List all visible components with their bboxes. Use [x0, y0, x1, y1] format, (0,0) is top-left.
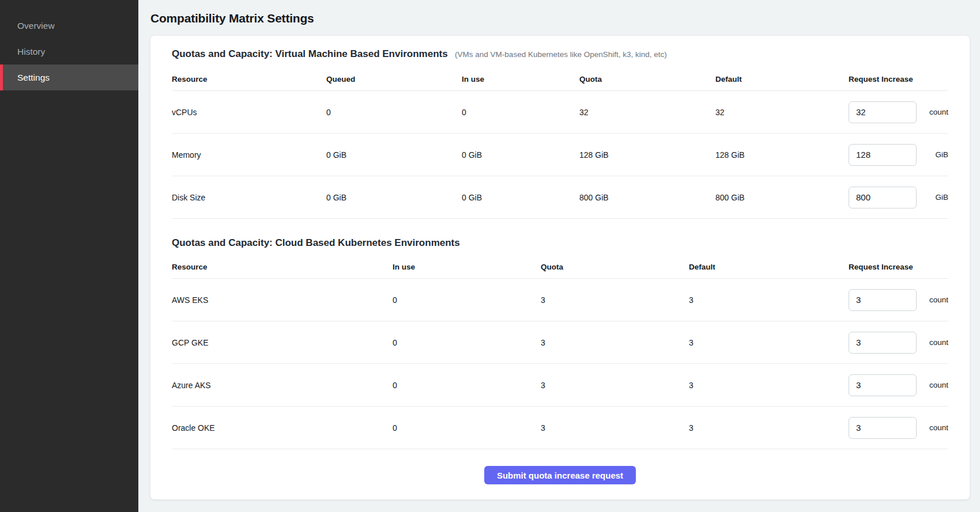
quota-value: 800 GiB — [579, 193, 715, 202]
unit-label: count — [924, 295, 948, 304]
table-row-disk-size: Disk Size 0 GiB 0 GiB 800 GiB 800 GiB Gi… — [172, 176, 948, 219]
default-value: 800 GiB — [715, 193, 849, 202]
default-value: 32 — [715, 108, 849, 117]
col-header-queued: Queued — [326, 75, 462, 84]
col-header-default: Default — [715, 75, 849, 84]
queued-value: 0 GiB — [326, 150, 462, 160]
queued-value: 0 GiB — [326, 193, 462, 202]
gcp-gke-request-input[interactable] — [849, 332, 917, 354]
in-use-value: 0 — [462, 108, 579, 117]
azure-aks-request-input[interactable] — [849, 374, 917, 396]
disk-size-request-input[interactable] — [849, 187, 917, 208]
quota-value: 128 GiB — [579, 150, 715, 160]
table-row-memory: Memory 0 GiB 0 GiB 128 GiB 128 GiB GiB — [172, 134, 948, 176]
quota-value: 32 — [579, 108, 715, 117]
col-header-resource: Resource — [172, 75, 326, 84]
app-window: Overview History Settings Compatibility … — [0, 0, 980, 512]
resource-label: Disk Size — [172, 193, 326, 202]
cloud-section-title: Quotas and Capacity: Cloud Based Kuberne… — [172, 237, 460, 248]
quota-value: 3 — [541, 381, 689, 390]
unit-label: count — [924, 423, 948, 432]
in-use-value: 0 — [393, 423, 541, 433]
default-value: 128 GiB — [715, 150, 849, 160]
col-header-quota: Quota — [541, 263, 689, 271]
unit-label: count — [924, 108, 948, 116]
aws-eks-request-input[interactable] — [849, 289, 917, 311]
unit-label: count — [924, 338, 948, 347]
col-header-in-use: In use — [462, 75, 579, 84]
resource-label: Oracle OKE — [172, 423, 393, 433]
in-use-value: 0 — [393, 381, 541, 390]
table-row-gcp-gke: GCP GKE 0 3 3 count — [172, 321, 948, 364]
in-use-value: 0 GiB — [462, 150, 579, 160]
default-value: 3 — [689, 338, 849, 347]
default-value: 3 — [689, 423, 849, 433]
oracle-oke-request-input[interactable] — [849, 417, 917, 439]
resource-label: AWS EKS — [172, 295, 393, 305]
sidebar: Overview History Settings — [0, 0, 138, 512]
unit-label: GiB — [929, 193, 948, 202]
vm-section-title: Quotas and Capacity: Virtual Machine Bas… — [172, 48, 448, 59]
col-header-default: Default — [689, 263, 849, 271]
col-header-in-use: In use — [393, 263, 541, 271]
vm-section-subtitle: (VMs and VM-based Kubernetes like OpenSh… — [455, 50, 667, 59]
unit-label: count — [924, 381, 948, 389]
table-row-oracle-oke: Oracle OKE 0 3 3 count — [172, 407, 948, 449]
quota-value: 3 — [541, 338, 689, 347]
submit-area: Submit quota increase request — [172, 466, 948, 484]
quota-value: 3 — [541, 295, 689, 305]
table-row-aws-eks: AWS EKS 0 3 3 count — [172, 279, 948, 321]
queued-value: 0 — [326, 108, 462, 117]
in-use-value: 0 — [393, 338, 541, 347]
vm-section-header: Quotas and Capacity: Virtual Machine Bas… — [172, 48, 948, 60]
sidebar-item-overview[interactable]: Overview — [0, 13, 138, 39]
memory-request-input[interactable] — [849, 144, 917, 166]
sidebar-item-settings[interactable]: Settings — [0, 65, 138, 90]
table-row-azure-aks: Azure AKS 0 3 3 count — [172, 364, 948, 407]
cloud-section-header: Quotas and Capacity: Cloud Based Kuberne… — [172, 237, 948, 249]
default-value: 3 — [689, 381, 849, 390]
main-content: Compatibility Matrix Settings Quotas and… — [138, 0, 980, 512]
in-use-value: 0 GiB — [462, 193, 579, 202]
col-header-resource: Resource — [172, 263, 393, 271]
quota-value: 3 — [541, 423, 689, 433]
resource-label: Azure AKS — [172, 381, 393, 390]
default-value: 3 — [689, 295, 849, 305]
vm-table-header: Resource Queued In use Quota Default Req… — [172, 68, 948, 91]
vcpus-request-input[interactable] — [849, 101, 917, 123]
in-use-value: 0 — [393, 295, 541, 305]
submit-quota-increase-button[interactable]: Submit quota increase request — [484, 466, 636, 484]
col-header-request-increase: Request Increase — [849, 75, 948, 84]
resource-label: Memory — [172, 150, 326, 160]
table-row-vcpus: vCPUs 0 0 32 32 count — [172, 91, 948, 134]
resource-label: GCP GKE — [172, 338, 393, 347]
resource-label: vCPUs — [172, 108, 326, 117]
cloud-table-header: Resource In use Quota Default Request In… — [172, 256, 948, 279]
col-header-quota: Quota — [579, 75, 715, 84]
unit-label: GiB — [929, 150, 948, 159]
quota-settings-card: Quotas and Capacity: Virtual Machine Bas… — [150, 35, 970, 500]
col-header-request-increase: Request Increase — [849, 263, 948, 271]
sidebar-item-history[interactable]: History — [0, 39, 138, 65]
page-title: Compatibility Matrix Settings — [150, 12, 970, 25]
